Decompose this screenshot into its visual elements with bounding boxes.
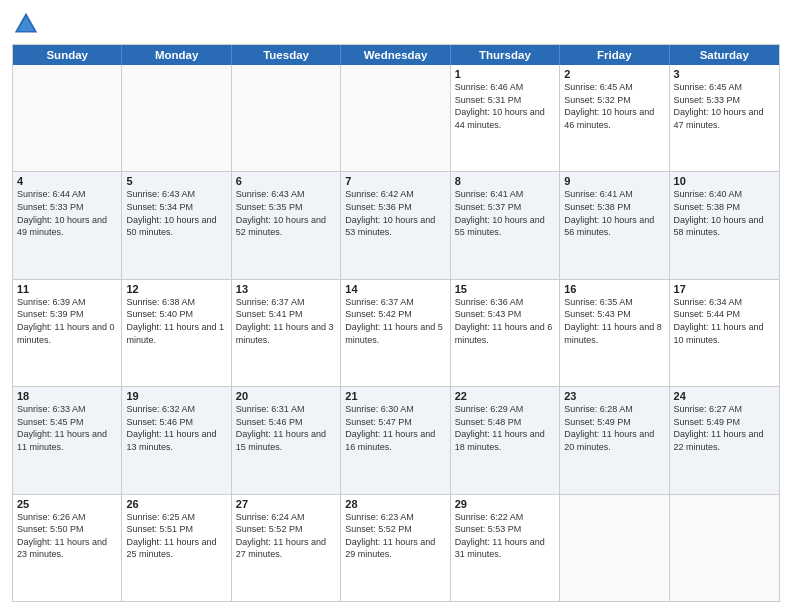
calendar-cell: 9Sunrise: 6:41 AMSunset: 5:38 PMDaylight… — [560, 172, 669, 278]
sun-info: Sunrise: 6:45 AMSunset: 5:32 PMDaylight:… — [564, 81, 664, 131]
calendar-cell: 6Sunrise: 6:43 AMSunset: 5:35 PMDaylight… — [232, 172, 341, 278]
sun-info: Sunrise: 6:22 AMSunset: 5:53 PMDaylight:… — [455, 511, 555, 561]
calendar-cell: 15Sunrise: 6:36 AMSunset: 5:43 PMDayligh… — [451, 280, 560, 386]
sun-info: Sunrise: 6:27 AMSunset: 5:49 PMDaylight:… — [674, 403, 775, 453]
day-number: 7 — [345, 175, 445, 187]
calendar-row-2: 11Sunrise: 6:39 AMSunset: 5:39 PMDayligh… — [13, 280, 779, 387]
day-number: 27 — [236, 498, 336, 510]
day-of-week-saturday: Saturday — [670, 45, 779, 65]
calendar-row-3: 18Sunrise: 6:33 AMSunset: 5:45 PMDayligh… — [13, 387, 779, 494]
sun-info: Sunrise: 6:31 AMSunset: 5:46 PMDaylight:… — [236, 403, 336, 453]
calendar-cell: 18Sunrise: 6:33 AMSunset: 5:45 PMDayligh… — [13, 387, 122, 493]
calendar-row-0: 1Sunrise: 6:46 AMSunset: 5:31 PMDaylight… — [13, 65, 779, 172]
calendar-cell: 3Sunrise: 6:45 AMSunset: 5:33 PMDaylight… — [670, 65, 779, 171]
day-of-week-thursday: Thursday — [451, 45, 560, 65]
calendar-cell: 20Sunrise: 6:31 AMSunset: 5:46 PMDayligh… — [232, 387, 341, 493]
sun-info: Sunrise: 6:39 AMSunset: 5:39 PMDaylight:… — [17, 296, 117, 346]
sun-info: Sunrise: 6:25 AMSunset: 5:51 PMDaylight:… — [126, 511, 226, 561]
day-number: 9 — [564, 175, 664, 187]
day-number: 22 — [455, 390, 555, 402]
day-number: 26 — [126, 498, 226, 510]
calendar-cell: 28Sunrise: 6:23 AMSunset: 5:52 PMDayligh… — [341, 495, 450, 601]
sun-info: Sunrise: 6:36 AMSunset: 5:43 PMDaylight:… — [455, 296, 555, 346]
calendar-cell: 19Sunrise: 6:32 AMSunset: 5:46 PMDayligh… — [122, 387, 231, 493]
logo — [12, 10, 44, 38]
day-number: 13 — [236, 283, 336, 295]
day-number: 19 — [126, 390, 226, 402]
calendar-cell — [13, 65, 122, 171]
sun-info: Sunrise: 6:34 AMSunset: 5:44 PMDaylight:… — [674, 296, 775, 346]
sun-info: Sunrise: 6:24 AMSunset: 5:52 PMDaylight:… — [236, 511, 336, 561]
calendar-cell: 24Sunrise: 6:27 AMSunset: 5:49 PMDayligh… — [670, 387, 779, 493]
day-number: 29 — [455, 498, 555, 510]
day-of-week-sunday: Sunday — [13, 45, 122, 65]
calendar-body: 1Sunrise: 6:46 AMSunset: 5:31 PMDaylight… — [13, 65, 779, 601]
header — [12, 10, 780, 38]
calendar-header: SundayMondayTuesdayWednesdayThursdayFrid… — [13, 45, 779, 65]
sun-info: Sunrise: 6:40 AMSunset: 5:38 PMDaylight:… — [674, 188, 775, 238]
calendar-cell — [122, 65, 231, 171]
day-number: 28 — [345, 498, 445, 510]
calendar-cell: 1Sunrise: 6:46 AMSunset: 5:31 PMDaylight… — [451, 65, 560, 171]
day-number: 3 — [674, 68, 775, 80]
day-of-week-monday: Monday — [122, 45, 231, 65]
day-number: 21 — [345, 390, 445, 402]
sun-info: Sunrise: 6:38 AMSunset: 5:40 PMDaylight:… — [126, 296, 226, 346]
sun-info: Sunrise: 6:23 AMSunset: 5:52 PMDaylight:… — [345, 511, 445, 561]
day-number: 16 — [564, 283, 664, 295]
sun-info: Sunrise: 6:29 AMSunset: 5:48 PMDaylight:… — [455, 403, 555, 453]
calendar-cell: 12Sunrise: 6:38 AMSunset: 5:40 PMDayligh… — [122, 280, 231, 386]
calendar-cell: 25Sunrise: 6:26 AMSunset: 5:50 PMDayligh… — [13, 495, 122, 601]
calendar-cell: 11Sunrise: 6:39 AMSunset: 5:39 PMDayligh… — [13, 280, 122, 386]
sun-info: Sunrise: 6:42 AMSunset: 5:36 PMDaylight:… — [345, 188, 445, 238]
calendar-cell: 29Sunrise: 6:22 AMSunset: 5:53 PMDayligh… — [451, 495, 560, 601]
sun-info: Sunrise: 6:41 AMSunset: 5:37 PMDaylight:… — [455, 188, 555, 238]
calendar-cell — [670, 495, 779, 601]
calendar-cell — [341, 65, 450, 171]
sun-info: Sunrise: 6:32 AMSunset: 5:46 PMDaylight:… — [126, 403, 226, 453]
day-number: 6 — [236, 175, 336, 187]
calendar-cell: 23Sunrise: 6:28 AMSunset: 5:49 PMDayligh… — [560, 387, 669, 493]
logo-icon — [12, 10, 40, 38]
calendar-cell: 26Sunrise: 6:25 AMSunset: 5:51 PMDayligh… — [122, 495, 231, 601]
calendar-cell: 2Sunrise: 6:45 AMSunset: 5:32 PMDaylight… — [560, 65, 669, 171]
calendar-cell: 10Sunrise: 6:40 AMSunset: 5:38 PMDayligh… — [670, 172, 779, 278]
day-number: 15 — [455, 283, 555, 295]
calendar-cell: 27Sunrise: 6:24 AMSunset: 5:52 PMDayligh… — [232, 495, 341, 601]
sun-info: Sunrise: 6:35 AMSunset: 5:43 PMDaylight:… — [564, 296, 664, 346]
day-number: 20 — [236, 390, 336, 402]
calendar-cell — [560, 495, 669, 601]
sun-info: Sunrise: 6:30 AMSunset: 5:47 PMDaylight:… — [345, 403, 445, 453]
day-number: 24 — [674, 390, 775, 402]
day-number: 4 — [17, 175, 117, 187]
day-of-week-friday: Friday — [560, 45, 669, 65]
day-number: 25 — [17, 498, 117, 510]
calendar-row-1: 4Sunrise: 6:44 AMSunset: 5:33 PMDaylight… — [13, 172, 779, 279]
day-number: 23 — [564, 390, 664, 402]
day-of-week-tuesday: Tuesday — [232, 45, 341, 65]
page: SundayMondayTuesdayWednesdayThursdayFrid… — [0, 0, 792, 612]
day-number: 5 — [126, 175, 226, 187]
calendar-cell: 13Sunrise: 6:37 AMSunset: 5:41 PMDayligh… — [232, 280, 341, 386]
calendar-cell: 17Sunrise: 6:34 AMSunset: 5:44 PMDayligh… — [670, 280, 779, 386]
sun-info: Sunrise: 6:46 AMSunset: 5:31 PMDaylight:… — [455, 81, 555, 131]
sun-info: Sunrise: 6:28 AMSunset: 5:49 PMDaylight:… — [564, 403, 664, 453]
calendar: SundayMondayTuesdayWednesdayThursdayFrid… — [12, 44, 780, 602]
calendar-row-4: 25Sunrise: 6:26 AMSunset: 5:50 PMDayligh… — [13, 495, 779, 601]
calendar-cell: 7Sunrise: 6:42 AMSunset: 5:36 PMDaylight… — [341, 172, 450, 278]
day-number: 18 — [17, 390, 117, 402]
calendar-cell: 16Sunrise: 6:35 AMSunset: 5:43 PMDayligh… — [560, 280, 669, 386]
day-of-week-wednesday: Wednesday — [341, 45, 450, 65]
day-number: 1 — [455, 68, 555, 80]
calendar-cell: 14Sunrise: 6:37 AMSunset: 5:42 PMDayligh… — [341, 280, 450, 386]
day-number: 14 — [345, 283, 445, 295]
calendar-cell: 8Sunrise: 6:41 AMSunset: 5:37 PMDaylight… — [451, 172, 560, 278]
calendar-cell: 4Sunrise: 6:44 AMSunset: 5:33 PMDaylight… — [13, 172, 122, 278]
sun-info: Sunrise: 6:26 AMSunset: 5:50 PMDaylight:… — [17, 511, 117, 561]
sun-info: Sunrise: 6:41 AMSunset: 5:38 PMDaylight:… — [564, 188, 664, 238]
calendar-cell: 22Sunrise: 6:29 AMSunset: 5:48 PMDayligh… — [451, 387, 560, 493]
sun-info: Sunrise: 6:45 AMSunset: 5:33 PMDaylight:… — [674, 81, 775, 131]
calendar-cell: 5Sunrise: 6:43 AMSunset: 5:34 PMDaylight… — [122, 172, 231, 278]
sun-info: Sunrise: 6:43 AMSunset: 5:35 PMDaylight:… — [236, 188, 336, 238]
day-number: 12 — [126, 283, 226, 295]
